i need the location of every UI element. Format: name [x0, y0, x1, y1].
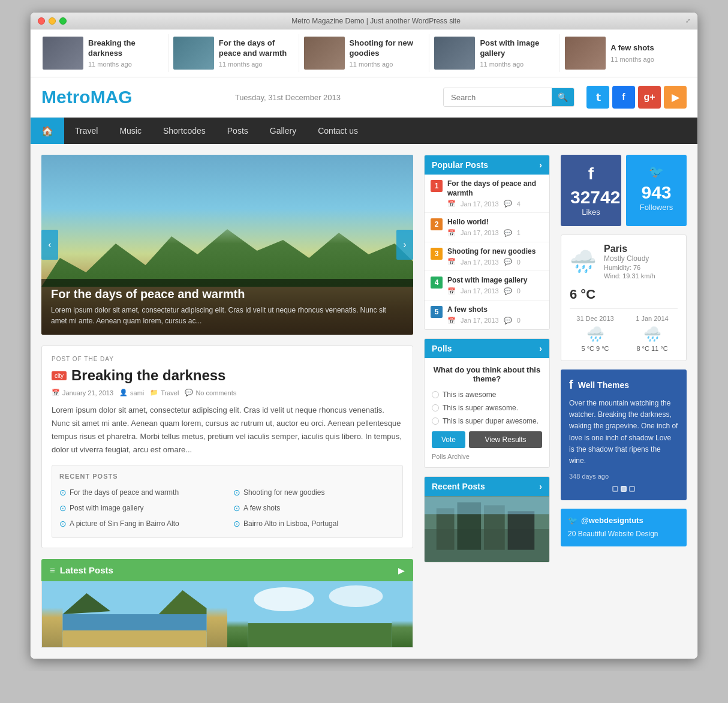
widget-arrow-icon[interactable]: ›: [539, 160, 542, 170]
recent-post-item[interactable]: ⊙ For the days of peace and warmth: [59, 486, 221, 499]
poll-radio-2[interactable]: [432, 404, 439, 411]
recent-post-title: Bairro Alto in Lisboa, Portugal: [243, 519, 338, 528]
nav-item-music[interactable]: Music: [109, 118, 152, 144]
post-comments: 0: [517, 287, 521, 295]
rss-social-button[interactable]: ▶: [664, 86, 687, 109]
poll-option-1[interactable]: This is awesome: [432, 390, 542, 399]
search-button[interactable]: 🔍: [552, 88, 574, 106]
hero-next-button[interactable]: ›: [396, 230, 413, 260]
ticker-title: Shooting for new goodies: [350, 38, 425, 59]
recent-post-title: For the days of peace and warmth: [70, 488, 179, 497]
popular-post-item[interactable]: 5 A few shots 📅 Jan 17, 2013 💬 0: [425, 301, 549, 329]
gplus-social-button[interactable]: g+: [638, 86, 661, 109]
facebook-likes-count: 32742: [570, 187, 612, 208]
post-comments: 0: [517, 317, 521, 324]
fb-dot-1[interactable]: [612, 486, 618, 492]
ticker-title: Breaking the darkness: [88, 38, 163, 59]
facebook-likes-widget[interactable]: f 32742 Likes: [561, 155, 621, 226]
logo-text: Metro: [41, 87, 91, 107]
popular-post-item[interactable]: 2 Hello world! 📅 Jan 17, 2013 💬 1: [425, 213, 549, 242]
popular-post-info: A few shots 📅 Jan 17, 2013 💬 0: [447, 305, 521, 325]
latest-post-thumb-2[interactable]: [227, 581, 413, 647]
popular-post-item[interactable]: 1 For the days of peace and warmth 📅 Jan…: [425, 175, 549, 213]
poll-radio-1[interactable]: [432, 391, 439, 398]
recent-post-item[interactable]: ⊙ Post with image gallery: [59, 501, 221, 515]
header-search[interactable]: 🔍: [443, 88, 574, 107]
hero-prev-button[interactable]: ‹: [41, 230, 58, 260]
ticker-item[interactable]: A few shots 11 months ago: [560, 34, 690, 72]
maximize-button[interactable]: [59, 17, 67, 25]
minimize-button[interactable]: [49, 17, 56, 25]
polls-archive-link[interactable]: Polls Archive: [432, 453, 542, 460]
popular-post-item[interactable]: 3 Shooting for new goodies 📅 Jan 17, 201…: [425, 242, 549, 272]
nav-item-contact[interactable]: Contact us: [307, 118, 369, 144]
post-category-badge[interactable]: city: [52, 371, 67, 380]
twitter-followers-widget[interactable]: 🐦 943 Followers: [626, 155, 687, 226]
vote-button[interactable]: Vote: [432, 431, 465, 448]
popular-post-title: Shooting for new goodies: [447, 247, 536, 257]
popular-post-item[interactable]: 4 Post with image gallery 📅 Jan 17, 2013…: [425, 271, 549, 301]
poll-option-label-3: This is super duper awesome.: [443, 417, 539, 425]
post-comments: 1: [517, 229, 521, 236]
window-title: Metro Magazine Demo | Just another WordP…: [67, 17, 685, 25]
svg-rect-20: [248, 623, 392, 647]
ticker-item[interactable]: For the days of peace and warmth 11 mont…: [169, 34, 299, 72]
social-counts: f 32742 Likes 🐦 943 Followers: [561, 155, 687, 226]
poll-option-2[interactable]: This is super awesome.: [432, 404, 542, 412]
popular-post-title: Post with image gallery: [447, 276, 527, 286]
post-section-text: Travel: [161, 389, 179, 396]
poll-radio-3[interactable]: [432, 417, 439, 425]
nav-item-travel[interactable]: Travel: [64, 118, 109, 144]
social-icons: 𝕥 f g+ ▶: [586, 86, 687, 109]
recent-post-item[interactable]: ⊙ Bairro Alto in Lisboa, Portugal: [233, 517, 395, 530]
title-bar: Metro Magazine Demo | Just another WordP…: [31, 13, 697, 29]
hero-excerpt: Lorem ipsum dolor sit amet, consectetur …: [51, 305, 404, 326]
recent-post-item[interactable]: ⊙ A picture of Sin Fang in Bairro Alto: [59, 517, 221, 530]
rss-icon[interactable]: ▶: [398, 566, 405, 575]
popular-posts-widget: Popular Posts › 1 For the days of peace …: [424, 155, 550, 330]
popular-post-meta: 📅 Jan 17, 2013 💬 1: [447, 229, 521, 237]
latest-post-thumb-1[interactable]: [42, 581, 227, 647]
poll-option-3[interactable]: This is super duper awesome.: [432, 417, 542, 425]
popular-posts-title: Popular Posts: [432, 160, 488, 170]
rank-badge-4: 4: [431, 277, 443, 289]
recent-post-item[interactable]: ⊙ A few shots: [233, 501, 395, 515]
poll-option-label-1: This is awesome: [443, 390, 496, 399]
nav-home-button[interactable]: 🏠: [31, 118, 64, 144]
ticker-item[interactable]: Shooting for new goodies 11 months ago: [299, 34, 430, 72]
twitter-followers-label: Followers: [636, 203, 677, 212]
close-button[interactable]: [38, 17, 45, 25]
recent-post-title: Shooting for new goodies: [243, 488, 324, 497]
post-section: 📁 Travel: [150, 389, 179, 396]
polls-actions: Vote View Results: [432, 431, 542, 448]
fullscreen-icon[interactable]: ⤢: [685, 17, 690, 24]
nav-item-shortcodes[interactable]: Shortcodes: [152, 118, 216, 144]
twitter-handle[interactable]: @webdesigntuts: [581, 516, 643, 525]
ticker-item[interactable]: Post with image gallery 11 months ago: [429, 34, 560, 72]
recent-post-item[interactable]: ⊙ Shooting for new goodies: [233, 486, 395, 499]
view-results-button[interactable]: View Results: [469, 431, 542, 448]
polls-question: What do you think about this theme?: [432, 365, 542, 383]
facebook-social-button[interactable]: f: [612, 86, 635, 109]
svg-rect-30: [425, 496, 549, 514]
fb-dots-navigation: [569, 486, 678, 492]
ticker-info: Post with image gallery 11 months ago: [480, 38, 555, 68]
post-comments-text: No comments: [195, 389, 236, 396]
svg-marker-7: [61, 200, 151, 277]
site-header: MetroMAG Tuesday, 31st December 2013 🔍 𝕥…: [31, 77, 697, 118]
twitter-social-button[interactable]: 𝕥: [586, 86, 609, 109]
ticker-thumb: [434, 37, 475, 70]
fb-dot-2[interactable]: [621, 486, 627, 492]
search-input[interactable]: [444, 89, 552, 106]
recent-posts-arrow-icon[interactable]: ›: [539, 482, 542, 491]
post-date: Jan 17, 2013: [461, 287, 499, 295]
polls-arrow-icon[interactable]: ›: [539, 344, 542, 353]
fb-dot-3[interactable]: [629, 486, 635, 492]
calendar-icon: 📅: [447, 287, 456, 295]
nav-item-gallery[interactable]: Gallery: [259, 118, 307, 144]
forecast-temps-2: 8 °C 11 °C: [627, 345, 678, 352]
ticker-item[interactable]: Breaking the darkness 11 months ago: [38, 34, 169, 72]
main-column: For the days of peace and warmth Lorem i…: [41, 155, 413, 648]
calendar-icon: 📅: [52, 389, 60, 396]
nav-item-posts[interactable]: Posts: [216, 118, 259, 144]
